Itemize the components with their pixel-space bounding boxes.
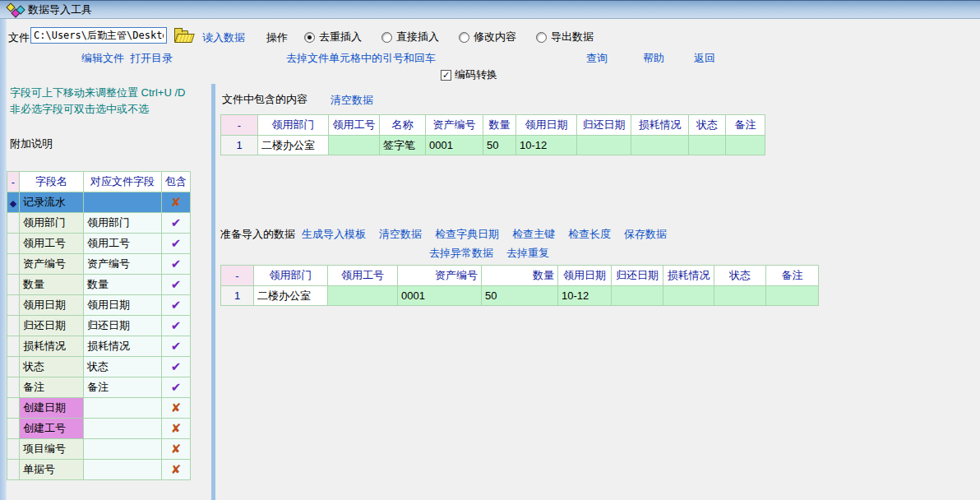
grid-header[interactable]: 领用工号 — [329, 115, 380, 136]
grid-cell[interactable]: 1 — [221, 136, 258, 155]
file-content-row[interactable]: 1二楼办公室签字笔00015010-12 — [221, 136, 765, 155]
row-marker-cell[interactable] — [7, 336, 20, 357]
import-action-link[interactable]: 保存数据 — [624, 227, 667, 242]
field-name-cell[interactable]: 单据号 — [20, 460, 84, 480]
field-name-cell[interactable]: 领用部门 — [20, 213, 84, 234]
field-name-cell[interactable]: 备注 — [20, 377, 84, 398]
field-name-cell[interactable]: 资产编号 — [20, 254, 84, 275]
radio-4[interactable]: 导出数据 — [536, 30, 594, 44]
row-marker-cell[interactable] — [7, 398, 20, 419]
grid-header[interactable]: 资产编号 — [426, 115, 483, 136]
mapped-field-cell[interactable] — [84, 419, 162, 439]
import-action-link[interactable]: 检查字典日期 — [435, 227, 499, 242]
row-marker-cell[interactable] — [7, 377, 20, 398]
grid-header[interactable]: 损耗情况 — [631, 115, 689, 136]
grid-header[interactable]: 领用工号 — [328, 266, 398, 286]
grid-cell[interactable] — [631, 136, 689, 155]
field-name-cell[interactable]: 数量 — [20, 275, 84, 295]
grid-cell[interactable] — [577, 136, 631, 155]
row-marker-cell[interactable] — [7, 357, 20, 377]
row-marker-cell[interactable] — [7, 234, 20, 254]
mapped-field-cell[interactable]: 状态 — [84, 357, 162, 377]
grid-header[interactable]: 名称 — [380, 115, 426, 136]
field-name-cell[interactable]: 创建工号 — [20, 419, 84, 439]
field-name-cell[interactable]: 领用日期 — [20, 295, 84, 316]
grid-header[interactable]: 备注 — [766, 266, 819, 286]
field-table-header[interactable]: 字段名 — [20, 172, 84, 192]
row-marker-cell[interactable] — [7, 254, 20, 275]
field-table-row[interactable]: ◆记录流水✘ — [7, 192, 191, 213]
grid-header[interactable]: - — [221, 115, 258, 136]
grid-header[interactable]: 损耗情况 — [663, 266, 714, 286]
grid-cell[interactable]: 0001 — [398, 286, 482, 306]
radio-2[interactable]: 直接插入 — [381, 30, 439, 44]
open-dir-link[interactable]: 打开目录 — [130, 51, 173, 66]
field-table-row[interactable]: 单据号✘ — [7, 460, 191, 480]
row-marker-cell[interactable] — [7, 419, 20, 439]
include-flag-cell[interactable]: ✘ — [162, 419, 191, 439]
include-flag-cell[interactable]: ✔ — [162, 254, 191, 275]
grid-cell[interactable]: 10-12 — [558, 286, 612, 306]
field-name-cell[interactable]: 项目编号 — [20, 439, 84, 460]
row-marker-cell[interactable] — [7, 275, 20, 295]
row-marker-cell[interactable]: ◆ — [7, 192, 20, 213]
grid-cell[interactable]: 50 — [483, 136, 516, 155]
edit-file-link[interactable]: 编辑文件 — [81, 51, 124, 66]
query-link[interactable]: 查询 — [586, 51, 608, 66]
import-action-link[interactable]: 生成导入模板 — [302, 227, 366, 242]
grid-cell[interactable]: 50 — [482, 286, 558, 306]
grid-header[interactable]: 领用部门 — [258, 115, 329, 136]
grid-header[interactable]: 归还日期 — [612, 266, 663, 286]
grid-header[interactable]: 数量 — [483, 115, 516, 136]
grid-header[interactable]: 领用日期 — [516, 115, 577, 136]
grid-header[interactable]: - — [221, 266, 254, 286]
grid-cell[interactable] — [612, 286, 663, 306]
grid-header[interactable]: 资产编号 — [398, 266, 482, 286]
strip-quotes-link[interactable]: 去掉文件单元格中的引号和回车 — [286, 51, 436, 66]
include-flag-cell[interactable]: ✔ — [162, 357, 191, 377]
import-action-link[interactable]: 去掉重复 — [506, 246, 549, 261]
include-flag-cell[interactable]: ✔ — [162, 377, 191, 398]
field-table-row[interactable]: 领用部门领用部门✔ — [7, 213, 191, 234]
field-table-header[interactable]: - — [7, 172, 20, 192]
grid-header[interactable]: 数量 — [482, 266, 558, 286]
field-table-row[interactable]: 数量数量✔ — [7, 275, 191, 295]
import-data-row[interactable]: 1二楼办公室00015010-12 — [221, 286, 819, 306]
row-marker-cell[interactable] — [7, 439, 20, 460]
include-flag-cell[interactable]: ✔ — [162, 336, 191, 357]
field-table-row[interactable]: 备注备注✔ — [7, 377, 191, 398]
import-action-link[interactable]: 检查主键 — [512, 227, 555, 242]
field-table-row[interactable]: 领用工号领用工号✔ — [7, 234, 191, 254]
field-table-row[interactable]: 状态状态✔ — [7, 357, 191, 377]
row-marker-cell[interactable] — [7, 295, 20, 316]
mapped-field-cell[interactable]: 领用日期 — [84, 295, 162, 316]
row-marker-cell[interactable] — [7, 316, 20, 336]
field-name-cell[interactable]: 损耗情况 — [20, 336, 84, 357]
grid-header[interactable]: 状态 — [689, 115, 726, 136]
folder-open-icon[interactable] — [174, 30, 192, 42]
grid-cell[interactable]: 签字笔 — [380, 136, 426, 155]
field-table-row[interactable]: 项目编号✘ — [7, 439, 191, 460]
grid-cell[interactable]: 1 — [221, 286, 254, 306]
include-flag-cell[interactable]: ✔ — [162, 213, 191, 234]
field-table-header[interactable]: 包含 — [162, 172, 191, 192]
grid-header[interactable]: 状态 — [714, 266, 766, 286]
field-table-header[interactable]: 对应文件字段 — [84, 172, 162, 192]
field-table-row[interactable]: 归还日期归还日期✔ — [7, 316, 191, 336]
mapped-field-cell[interactable]: 归还日期 — [84, 316, 162, 336]
grid-cell[interactable]: 二楼办公室 — [254, 286, 328, 306]
field-table-row[interactable]: 创建工号✘ — [7, 419, 191, 439]
field-table-row[interactable]: 资产编号资产编号✔ — [7, 254, 191, 275]
include-flag-cell[interactable]: ✔ — [162, 275, 191, 295]
mapped-field-cell[interactable] — [84, 192, 162, 213]
grid-header[interactable]: 领用部门 — [254, 266, 328, 286]
include-flag-cell[interactable]: ✘ — [162, 439, 191, 460]
include-flag-cell[interactable]: ✘ — [162, 460, 191, 480]
import-action-link[interactable]: 去掉异常数据 — [429, 246, 493, 261]
back-link[interactable]: 返回 — [694, 51, 715, 66]
include-flag-cell[interactable]: ✘ — [162, 398, 191, 419]
radio-1[interactable]: 去重插入 — [304, 30, 362, 44]
field-table-row[interactable]: 领用日期领用日期✔ — [7, 295, 191, 316]
clear-file-data-link[interactable]: 清空数据 — [331, 93, 373, 108]
grid-header[interactable]: 备注 — [726, 115, 765, 136]
